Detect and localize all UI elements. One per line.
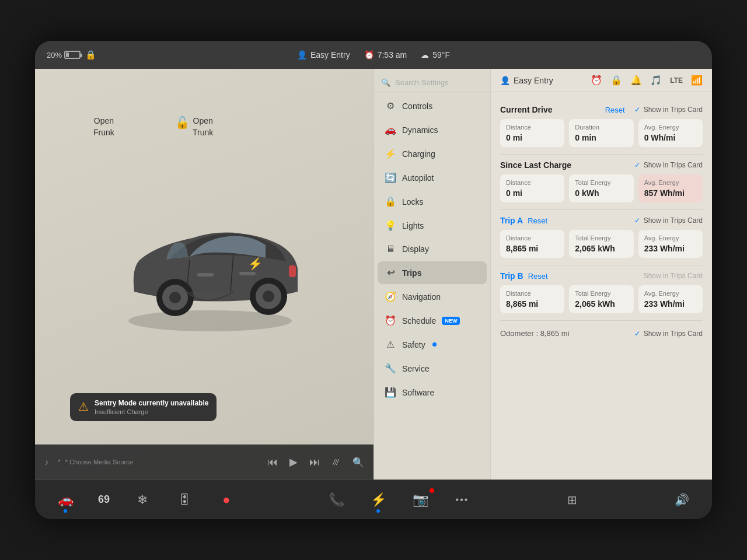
choose-media-source[interactable]: * * Choose Media Source [58,458,258,466]
current-drive-reset[interactable]: Reset [605,106,625,114]
bell-header-icon[interactable]: 🔔 [630,75,642,86]
trip-a-distance-value: 8,865 mi [506,244,558,253]
display-label: Display [402,244,429,254]
odometer-text: Odometer : 8,865 mi [500,329,570,338]
menu-item-controls[interactable]: ⚙ Controls [378,94,487,117]
current-drive-show-trips[interactable]: ✓ Show in Trips Card [634,106,703,114]
trip-b-show-trips[interactable]: Show in Trips Card [644,272,703,280]
status-bar: 20% 🔒 👤 Easy Entry ⏰ 7:53 am ☁ 59°F [35,41,712,69]
battery-indicator: 20% [47,51,81,60]
equalizer-button[interactable]: ⫻ [331,457,341,467]
previous-track-button[interactable]: ⏮ [267,456,278,468]
dynamics-label: Dynamics [402,125,438,135]
time-text: 7:53 am [378,50,407,60]
lte-icon: LTE [670,76,683,85]
menu-item-trips[interactable]: ↩ Trips [378,261,487,284]
trips-panel: 👤 Easy Entry ⏰ 🔒 🔔 🎵 LTE 📶 Current Drive [490,69,712,480]
distance-value: 0 mi [506,133,558,142]
open-frunk-button[interactable]: Open Frunk [93,116,114,138]
service-label: Service [402,364,430,373]
volume-icon: 🔊 [675,493,689,507]
lights-label: Lights [402,221,424,230]
safety-label: Safety [402,340,425,349]
check-icon-3: ✓ [634,216,640,225]
trips-icon: ↩ [385,267,396,278]
trip-b-avg-energy-value: 233 Wh/mi [644,299,697,309]
taskbar-camera[interactable]: 📷 [402,485,439,515]
display-icon: 🖥 [385,244,396,254]
media-bar: ♪ * * Choose Media Source ⏮ ▶ ⏭ ⫻ 🔍 [35,444,374,480]
since-last-charge-show-trips[interactable]: ✓ Show in Trips Card [634,161,703,169]
open-trunk-button[interactable]: Open Trunk [193,116,213,138]
play-button[interactable]: ▶ [289,456,298,468]
autopilot-icon: 🔄 [385,172,396,183]
lock-header-icon[interactable]: 🔒 [610,75,622,86]
warning-title: Sentry Mode currently unavailable [95,399,208,407]
menu-item-locks[interactable]: 🔒 Locks [378,190,487,213]
svg-rect-8 [239,272,256,275]
taskbar-fan[interactable]: ❄ [124,485,161,515]
search-icon: 🔍 [381,78,390,87]
trip-b-avg-energy: Avg. Energy 233 Wh/mi [638,285,703,313]
menu-item-dynamics[interactable]: 🚗 Dynamics [378,118,487,141]
lock-icon-car[interactable]: 🔓 [175,116,190,130]
slc-avg-energy-value: 857 Wh/mi [644,188,697,198]
menu-item-schedule[interactable]: ⏰ Schedule NEW [378,309,487,332]
warning-icon: ⚠ [78,400,89,414]
svg-rect-9 [289,265,296,277]
menu-item-display[interactable]: 🖥 Display [378,238,487,260]
easy-entry-text: Easy Entry [310,50,350,60]
menu-item-navigation[interactable]: 🧭 Navigation [378,285,487,308]
divider-4 [500,320,703,321]
taskbar-dots[interactable]: ••• [444,485,481,515]
search-placeholder: Search Settings [395,78,449,87]
temperature-display: 69 [89,494,119,506]
slc-total-energy: Total Energy 0 kWh [569,174,633,202]
since-last-charge-header: Since Last Charge ✓ Show in Trips Card [500,160,703,170]
menu-item-lights[interactable]: 💡 Lights [378,214,487,237]
menu-item-autopilot[interactable]: 🔄 Autopilot [378,166,487,189]
show-trips-label-4: Show in Trips Card [644,272,703,280]
autopilot-label: Autopilot [402,173,434,183]
lock-status-icon: 🔒 [85,50,96,60]
trip-b-total-energy: Total Energy 2,065 kWh [569,285,633,313]
trip-a-header: Trip A Reset ✓ Show in Trips Card [500,216,703,225]
time-display: ⏰ 7:53 am [364,50,407,60]
trip-a-reset[interactable]: Reset [528,216,547,225]
odometer-row: Odometer : 8,865 mi ✓ Show in Trips Card [500,324,703,342]
schedule-icon: ⏰ [385,315,396,326]
divider-1 [500,154,703,155]
taskbar-record[interactable]: ● [208,485,245,515]
check-icon-5: ✓ [634,330,640,338]
warning-sub: Insufficient Charge [95,408,208,415]
menu-item-service[interactable]: 🔧 Service [378,357,487,380]
since-last-charge-title: Since Last Charge [500,160,571,170]
odometer-show-trips[interactable]: ✓ Show in Trips Card [634,330,703,338]
taskbar-car[interactable]: 🚗 [47,485,84,515]
profile-icon-status: 👤 [297,50,307,60]
trip-b-distance: Distance 8,865 mi [500,285,564,313]
slc-avg-energy-label: Avg. Energy [644,179,697,186]
taskbar-phone[interactable]: 📞 [317,485,355,515]
next-track-button[interactable]: ⏭ [309,456,320,468]
trip-b-reset[interactable]: Reset [528,272,548,281]
trip-a-total-energy-label: Total Energy [575,235,627,242]
media-search-button[interactable]: 🔍 [352,457,364,468]
menu-item-safety[interactable]: ⚠ Safety [378,333,487,356]
audio-header-icon[interactable]: 🎵 [650,75,662,86]
slc-total-energy-value: 0 kWh [575,188,627,198]
trip-a-show-trips[interactable]: ✓ Show in Trips Card [634,216,703,225]
taskbar-grid[interactable]: ⊞ [553,485,591,515]
trip-b-distance-label: Distance [506,290,558,297]
taskbar-steering[interactable]: 🎛 [166,485,203,515]
taskbar-bluetooth[interactable]: ⚡ [359,485,397,515]
menu-item-software[interactable]: 💾 Software [378,381,487,404]
menu-item-charging[interactable]: ⚡ Charging [378,142,487,165]
trip-b-data: Distance 8,865 mi Total Energy 2,065 kWh… [500,285,703,313]
clock-header-icon[interactable]: ⏰ [591,75,602,86]
search-settings[interactable]: 🔍 Search Settings [374,74,490,92]
taskbar-volume[interactable]: 🔊 [663,485,700,515]
phone-icon: 📞 [329,492,344,508]
temp-text: 59°F [432,50,450,60]
asterisk-icon: * [58,458,61,466]
